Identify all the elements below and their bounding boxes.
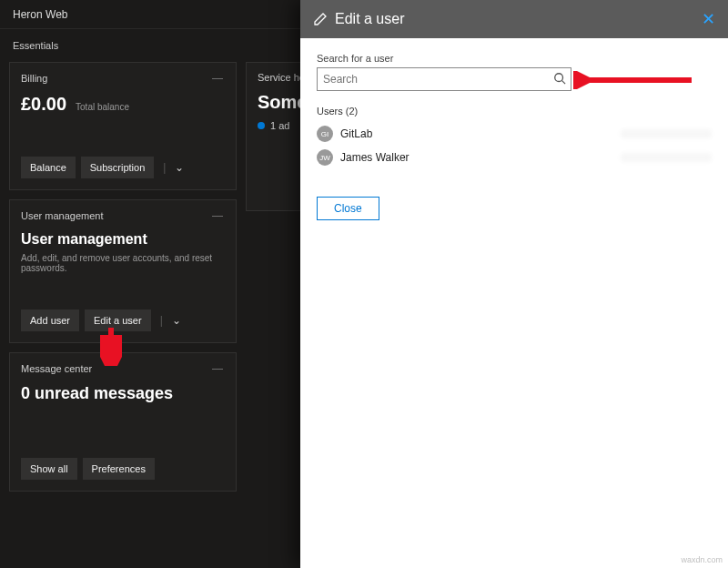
search-icon[interactable] (553, 72, 566, 87)
edit-user-button[interactable]: Edit a user (85, 309, 151, 331)
users-count-label: Users (2) (317, 106, 712, 117)
card-billing: Billing — £0.00 Total balance Balance Su… (9, 62, 237, 190)
chevron-down-icon[interactable]: ⌄ (172, 314, 181, 327)
card-title: User management (21, 210, 104, 221)
svg-point-3 (555, 74, 563, 82)
show-all-button[interactable]: Show all (21, 458, 77, 480)
collapse-icon[interactable]: — (212, 209, 225, 222)
user-name: James Walker (340, 151, 410, 164)
user-search-input[interactable] (317, 67, 571, 91)
billing-caption: Total balance (76, 102, 129, 112)
avatar: JW (317, 149, 333, 166)
close-button[interactable]: Close (317, 197, 379, 220)
service-advisory: 1 ad (270, 120, 289, 131)
status-dot-icon (258, 122, 265, 129)
card-user-management: User management — User management Add, e… (9, 199, 237, 343)
panel-header: Edit a user ✕ (300, 0, 728, 38)
collapse-icon[interactable]: — (212, 72, 225, 85)
billing-amount: £0.00 (21, 94, 66, 115)
collapse-icon[interactable]: — (212, 362, 225, 375)
user-email-redacted (621, 129, 712, 138)
close-icon[interactable]: ✕ (702, 9, 715, 29)
add-user-button[interactable]: Add user (21, 309, 79, 331)
card-title: Service he (258, 72, 305, 83)
svg-line-4 (562, 81, 566, 85)
user-name: GitLab (340, 127, 372, 140)
preferences-button[interactable]: Preferences (83, 458, 155, 480)
subscription-button[interactable]: Subscription (81, 157, 155, 178)
unread-heading: 0 unread messages (21, 384, 225, 403)
panel-title: Edit a user (335, 11, 694, 27)
brand-name: Heron Web (0, 8, 80, 21)
card-title: Message center (21, 363, 92, 374)
balance-button[interactable]: Balance (21, 157, 76, 178)
watermark: waxdn.com (681, 555, 723, 564)
user-mgmt-desc: Add, edit, and remove user accounts, and… (21, 253, 225, 273)
avatar: GI (317, 126, 333, 142)
pencil-icon (313, 12, 328, 26)
user-row[interactable]: JW James Walker (317, 146, 712, 169)
card-title: Billing (21, 73, 47, 84)
user-email-redacted (621, 153, 712, 162)
search-label: Search for a user (317, 53, 712, 64)
chevron-down-icon[interactable]: ⌄ (175, 161, 184, 174)
edit-user-panel: Edit a user ✕ Search for a user Users (2… (300, 0, 728, 568)
card-message-center: Message center — 0 unread messages Show … (9, 352, 237, 492)
user-row[interactable]: GI GitLab (317, 122, 712, 146)
user-mgmt-heading: User management (21, 231, 225, 248)
